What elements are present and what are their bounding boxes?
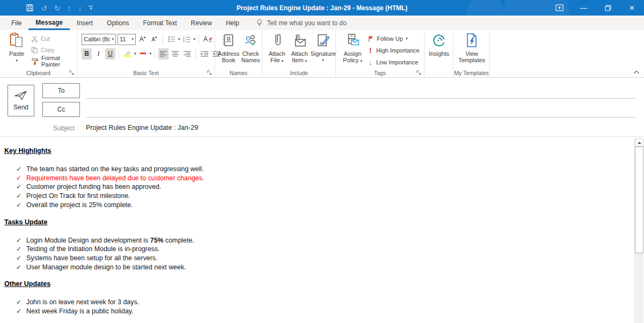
cc-button[interactable]: Cc — [42, 102, 80, 117]
bold-button[interactable]: B — [82, 48, 92, 60]
tell-me-label: Tell me what you want to do — [267, 19, 347, 27]
tab-format-text[interactable]: Format Text — [136, 16, 184, 30]
signature-dropdown-icon[interactable]: ▾ — [322, 58, 324, 62]
send-button[interactable]: Send — [8, 85, 34, 116]
decrease-indent-button[interactable] — [199, 48, 209, 60]
tab-help[interactable]: Help — [219, 16, 246, 30]
check-icon: ✓ — [16, 165, 26, 174]
assign-policy-button[interactable]: Assign Policy ▾ — [340, 32, 365, 63]
to-field[interactable] — [86, 84, 636, 99]
shrink-font-button[interactable]: A▾ — [149, 34, 159, 45]
basic-text-dialog-launcher-icon[interactable] — [207, 70, 213, 76]
signature-button[interactable]: Signature ▾ — [311, 32, 335, 62]
cc-field[interactable] — [86, 102, 636, 118]
font-name-select[interactable]: Calibri (Boc ▾ — [82, 34, 116, 45]
section-heading: Key Highlights — [4, 147, 634, 155]
high-importance-icon: ! — [367, 46, 374, 55]
address-book-button[interactable]: Address Book — [218, 32, 239, 63]
bullets-button[interactable] — [166, 34, 177, 45]
check-icon: ✓ — [16, 236, 26, 245]
tell-me-box[interactable]: Tell me what you want to do — [256, 16, 347, 30]
check-icon: ✓ — [16, 307, 26, 316]
ribbon-spacer — [490, 30, 644, 77]
window-title: Project Rules Engine Update : Jan-29 - M… — [237, 4, 408, 12]
scrollbar-thumb[interactable] — [635, 146, 643, 253]
text-highlight-button[interactable] — [122, 48, 133, 60]
clipboard-dialog-launcher-icon[interactable] — [69, 70, 75, 76]
body-scrollbar[interactable] — [634, 138, 643, 323]
down-arrow-icon[interactable]: ↓ — [78, 4, 82, 12]
chevron-down-icon: ▾ — [112, 37, 114, 41]
collapse-ribbon-icon[interactable] — [633, 70, 640, 74]
undo-icon[interactable]: ↺ — [41, 4, 47, 12]
bullet-text: Overall the project is 25% complete. — [26, 201, 133, 210]
italic-button[interactable]: I — [93, 48, 104, 60]
tab-message[interactable]: Message — [28, 16, 70, 30]
attach-file-dropdown-icon[interactable]: ▾ — [282, 59, 284, 63]
attach-item-button[interactable]: Attach Item ▾ — [288, 32, 311, 63]
subject-field[interactable]: Project Rules Engine Update : Jan-29 — [86, 124, 198, 131]
bullet-text: Systems have been setup for all the serv… — [26, 254, 158, 263]
minimize-button[interactable]: — — [572, 0, 596, 16]
group-names: Address Book Check Names Names — [215, 30, 262, 77]
attach-item-icon — [292, 32, 307, 49]
low-importance-icon: ↓ — [367, 58, 374, 67]
check-icon: ✓ — [16, 174, 26, 183]
tab-review[interactable]: Review — [184, 16, 219, 30]
bullet-item: ✓Project On Track for first milestone. — [4, 192, 634, 201]
customize-qat-icon[interactable]: ▾ — [89, 6, 93, 10]
scroll-up-button[interactable] — [635, 138, 643, 146]
font-color-dropdown-icon[interactable]: ▾ — [150, 52, 152, 56]
copy-button[interactable]: Copy — [31, 45, 77, 55]
assign-policy-dropdown-icon[interactable]: ▾ — [360, 59, 362, 63]
tab-options[interactable]: Options — [100, 16, 136, 30]
bullets-dropdown-icon[interactable]: ▾ — [178, 37, 180, 41]
check-names-button[interactable]: Check Names — [240, 32, 261, 63]
numbering-dropdown-icon[interactable]: ▾ — [194, 37, 196, 41]
to-button[interactable]: To — [42, 83, 80, 98]
bullet-list: ✓John is on leave next week for 3 days.✓… — [4, 298, 634, 315]
align-left-button[interactable] — [158, 48, 169, 60]
attach-item-dropdown-icon[interactable]: ▾ — [305, 59, 307, 63]
underline-button[interactable]: U — [105, 48, 115, 60]
highlight-dropdown-icon[interactable]: ▾ — [134, 52, 136, 56]
format-painter-button[interactable]: Format Painter — [31, 56, 77, 67]
high-importance-button[interactable]: ! High Importance — [367, 45, 420, 56]
align-center-button[interactable] — [170, 48, 180, 60]
font-color-button[interactable] — [138, 48, 148, 60]
window-controls: — × — [547, 0, 644, 16]
message-body[interactable]: Key Highlights✓The team has started on t… — [0, 137, 634, 323]
clear-formatting-button[interactable]: A — [202, 34, 214, 45]
low-importance-button[interactable]: ↓ Low Importance — [367, 57, 420, 68]
paste-button[interactable]: Paste ▾ — [4, 32, 29, 63]
save-icon[interactable] — [26, 4, 34, 12]
numbering-button[interactable]: 123 — [182, 34, 192, 45]
section-heading: Other Updates — [4, 280, 634, 288]
check-icon: ✓ — [16, 192, 26, 201]
close-button[interactable]: × — [620, 0, 644, 16]
follow-up-button[interactable]: Follow Up ▾ — [367, 33, 420, 44]
bullet-text: The team has started on the key tasks an… — [26, 165, 204, 174]
cut-button[interactable]: Cut — [31, 33, 77, 44]
paste-icon — [9, 32, 24, 49]
font-size-select[interactable]: 11 ▾ — [118, 34, 136, 45]
align-right-button[interactable] — [182, 48, 192, 60]
grow-font-button[interactable]: A▴ — [137, 34, 148, 45]
assign-policy-icon — [345, 32, 360, 49]
group-label-include: Include — [262, 70, 335, 76]
insights-button[interactable]: Insights — [427, 32, 451, 57]
cut-icon — [31, 35, 38, 42]
redo-icon[interactable]: ↻ — [54, 4, 61, 12]
bullet-item: ✓Next week Friday is a public holiday. — [4, 307, 634, 316]
ribbon-tabs: File Message Insert Options Format Text … — [0, 16, 644, 30]
ribbon-display-options-icon[interactable] — [547, 0, 572, 16]
up-arrow-icon[interactable]: ↑ — [67, 4, 71, 12]
view-templates-button[interactable]: View Templates — [458, 32, 486, 63]
tab-insert[interactable]: Insert — [70, 16, 100, 30]
restore-button[interactable] — [596, 0, 620, 16]
paste-dropdown-icon[interactable]: ▾ — [16, 58, 18, 63]
attach-file-button[interactable]: Attach File ▾ — [266, 32, 288, 63]
tags-dialog-launcher-icon[interactable] — [416, 70, 422, 76]
tab-file[interactable]: File — [4, 16, 28, 30]
section-heading: Tasks Update — [4, 218, 634, 226]
